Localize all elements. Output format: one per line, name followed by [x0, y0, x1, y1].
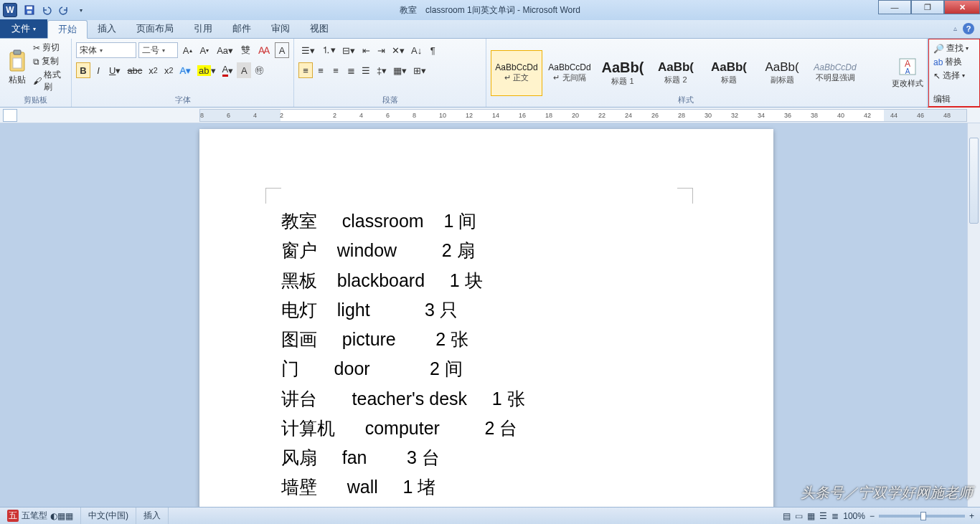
style-[interactable]: AaBbCcDd↵ 无间隔 [544, 50, 595, 96]
copy-button[interactable]: ⧉复制 [33, 55, 67, 67]
tab-selector[interactable] [3, 109, 17, 122]
ime-indicator[interactable]: 五五笔型◐▦▦ [0, 508, 81, 524]
align-center-button[interactable]: ≡ [314, 62, 328, 78]
style-1[interactable]: AaBb(标题 1 [597, 50, 649, 96]
text-effects-button[interactable]: A▾ [176, 62, 194, 78]
font-name-combo[interactable]: 宋体▾ [76, 42, 136, 58]
align-right-button[interactable]: ≡ [329, 62, 343, 78]
help-icon[interactable]: ? [963, 23, 974, 34]
strikethrough-button[interactable]: abc [124, 62, 145, 78]
style-[interactable]: AaBb(标题 [703, 50, 755, 96]
document-line[interactable]: 门 door 2 间 [281, 354, 692, 384]
quick-access-toolbar: ▾ [22, 2, 89, 18]
align-left-button[interactable]: ≡ [298, 62, 313, 78]
zoom-out-button[interactable]: − [870, 511, 875, 521]
grow-font-button[interactable]: A▴ [180, 42, 195, 58]
sort-button[interactable]: A↓ [408, 42, 425, 58]
decrease-indent-button[interactable]: ⇤ [359, 42, 373, 58]
zoom-slider[interactable] [879, 515, 965, 518]
select-button[interactable]: ↖选择▾ [933, 69, 976, 82]
superscript-button[interactable]: x2 [161, 62, 176, 78]
phonetic-guide-button[interactable]: 雙 [238, 42, 253, 58]
font-size-combo[interactable]: 二号▾ [138, 42, 178, 58]
style-[interactable]: AaBbCcDd不明显强调 [809, 50, 861, 96]
numbering-button[interactable]: ⒈▾ [319, 42, 339, 58]
borders-button[interactable]: ⊞▾ [410, 62, 429, 78]
paste-button[interactable]: 粘贴 [4, 42, 30, 93]
cut-button[interactable]: ✂剪切 [33, 42, 67, 54]
show-marks-button[interactable]: ¶ [425, 42, 440, 58]
vertical-scrollbar[interactable] [967, 123, 980, 507]
justify-button[interactable]: ≣ [344, 62, 358, 78]
shrink-font-button[interactable]: A▾ [197, 42, 212, 58]
document-line[interactable]: 黑板 blackboard 1 块 [281, 266, 692, 295]
increase-indent-button[interactable]: ⇥ [374, 42, 388, 58]
change-styles-button[interactable]: AA 更改样式 [887, 39, 928, 107]
view-web-button[interactable]: ▦ [807, 511, 815, 521]
styles-group-label: 样式 [486, 94, 885, 105]
style-[interactable]: AaBb(副标题 [756, 50, 808, 96]
language-indicator[interactable]: 中文(中国) [81, 508, 136, 524]
character-shading-button[interactable]: A [237, 62, 251, 78]
italic-button[interactable]: I [91, 62, 105, 78]
multilevel-button[interactable]: ⊟▾ [339, 42, 358, 58]
highlight-button[interactable]: ab▾ [194, 62, 218, 78]
underline-button[interactable]: U▾ [106, 62, 123, 78]
document-line[interactable]: 风扇 fan 3 台 [281, 443, 692, 472]
scroll-thumb[interactable] [969, 138, 979, 224]
maximize-button[interactable]: ❐ [911, 0, 944, 14]
shading-button[interactable]: ▦▾ [390, 62, 410, 78]
replace-button[interactable]: ab替换 [933, 55, 976, 69]
tab-references[interactable]: 引用 [184, 19, 222, 38]
document-line[interactable]: 教室 classroom 1 间 [281, 206, 692, 236]
clear-format-button[interactable]: Ꜳ [255, 42, 273, 58]
change-case-button[interactable]: Aa▾ [214, 42, 236, 58]
qat-customize-button[interactable]: ▾ [73, 2, 89, 18]
asian-layout-button[interactable]: ✕▾ [389, 42, 407, 58]
ime-toggles[interactable]: ◐▦▦ [50, 511, 73, 521]
tab-view[interactable]: 视图 [300, 19, 339, 38]
view-fullscreen-button[interactable]: ▭ [795, 511, 803, 521]
redo-button[interactable] [56, 2, 72, 18]
view-draft-button[interactable]: ≣ [831, 511, 839, 521]
tab-mail[interactable]: 邮件 [222, 19, 261, 38]
view-print-layout-button[interactable]: ▤ [783, 511, 791, 521]
style-2[interactable]: AaBb(标题 2 [650, 50, 702, 96]
tab-review[interactable]: 审阅 [261, 19, 300, 38]
insert-mode-indicator[interactable]: 插入 [136, 508, 169, 524]
zoom-slider-thumb[interactable] [920, 512, 926, 520]
close-button[interactable]: ✕ [944, 0, 980, 14]
zoom-level[interactable]: 100% [843, 511, 865, 521]
page[interactable]: 教室 classroom 1 间窗户 window 2 扇黑板 blackboa… [199, 129, 773, 507]
format-painter-button[interactable]: 🖌格式刷 [33, 69, 67, 93]
zoom-in-button[interactable]: + [969, 511, 974, 521]
distributed-button[interactable]: ☰ [359, 62, 373, 78]
tab-home[interactable]: 开始 [47, 20, 88, 39]
view-outline-button[interactable]: ☰ [819, 511, 827, 521]
tab-layout[interactable]: 页面布局 [126, 19, 184, 38]
line-spacing-button[interactable]: ‡▾ [374, 62, 390, 78]
bold-button[interactable]: B [76, 62, 90, 78]
document-line[interactable]: 墙壁 wall 1 堵 [281, 472, 692, 502]
svg-rect-5 [13, 58, 22, 68]
document-line[interactable]: 图画 picture 2 张 [281, 325, 692, 354]
document-line[interactable]: 电灯 light 3 只 [281, 295, 692, 325]
document-content[interactable]: 教室 classroom 1 间窗户 window 2 扇黑板 blackboa… [281, 206, 692, 502]
enclose-char-button[interactable]: ㊕ [252, 62, 267, 78]
subscript-button[interactable]: x2 [146, 62, 161, 78]
save-button[interactable] [22, 2, 37, 18]
undo-button[interactable] [39, 2, 55, 18]
character-border-button[interactable]: A [275, 42, 289, 58]
document-line[interactable]: 窗户 window 2 扇 [281, 236, 692, 265]
horizontal-ruler[interactable]: 8642246810121416182022242628303234363840… [199, 109, 967, 122]
find-button[interactable]: 🔎查找▾ [933, 42, 976, 55]
document-line[interactable]: 计算机 computer 2 台 [281, 414, 692, 443]
bullets-button[interactable]: ☰▾ [298, 42, 318, 58]
minimize-button[interactable]: — [878, 0, 911, 14]
tab-file[interactable]: 文件▾ [0, 19, 47, 38]
document-line[interactable]: 讲台 teacher's desk 1 张 [281, 384, 692, 414]
tab-insert[interactable]: 插入 [88, 19, 126, 38]
style-[interactable]: AaBbCcDd↵ 正文 [491, 50, 542, 96]
minimize-ribbon-icon[interactable]: ▵ [953, 24, 957, 32]
font-color-button[interactable]: A▾ [220, 62, 237, 78]
